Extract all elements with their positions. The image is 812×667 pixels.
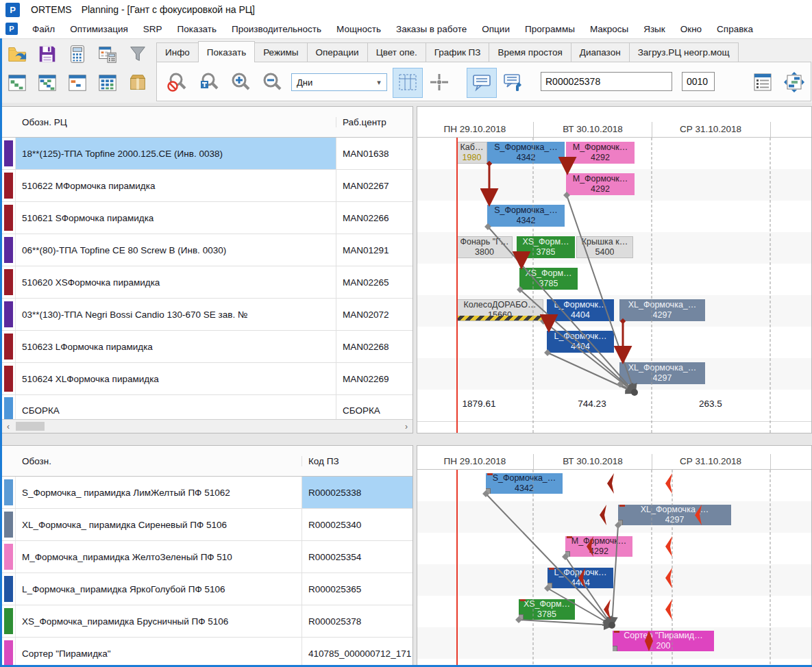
- gantt-bar[interactable]: L_Формочк…4404: [547, 331, 614, 353]
- zoom-cancel-button[interactable]: [162, 68, 193, 98]
- tab-9[interactable]: Загруз.РЦ неогр.мощ: [629, 42, 739, 62]
- table-row[interactable]: 03**(130)-ТПА Negri Bossi Candio 130-670…: [2, 299, 413, 331]
- scroll-left-arrow[interactable]: ‹: [2, 422, 14, 431]
- table-row[interactable]: XL_Формочка_ пирамидка Сиреневый ПФ 5106…: [2, 509, 413, 541]
- menu-item-9[interactable]: Программы: [517, 21, 582, 37]
- gantt-bar[interactable]: Каб…1980: [456, 142, 487, 164]
- gantt-multi-icon: [37, 73, 58, 95]
- menu-item-6[interactable]: Мощность: [329, 21, 389, 37]
- tab-7[interactable]: Время простоя: [489, 42, 571, 62]
- menu-item-3[interactable]: SRP: [136, 21, 170, 37]
- period-select[interactable]: Дни ▾: [291, 73, 387, 91]
- menu-item-2[interactable]: Оптимизация: [62, 21, 136, 37]
- menu-item-10[interactable]: Макросы: [582, 21, 636, 37]
- table-row[interactable]: S_Формочка_ пирамидка ЛимЖелтый ПФ 51062…: [2, 477, 413, 509]
- gantt-rc-view-button[interactable]: [3, 71, 31, 97]
- gantt-header-divider: [533, 122, 534, 137]
- gantt-bar[interactable]: М_Формочк…4292: [566, 142, 635, 164]
- gantt-bar[interactable]: XL_Формочка_…4297: [619, 362, 705, 384]
- menu-bar: P ФайлОптимизацияSRPПоказатьПроизводител…: [0, 19, 812, 39]
- gantt-bar[interactable]: S_Формочка_…4342: [487, 205, 565, 227]
- crosshair-icon: [428, 71, 450, 95]
- horizontal-scrollbar[interactable]: ‹›: [2, 419, 413, 433]
- gantt-bar[interactable]: XS_Форм…3785: [519, 268, 578, 290]
- gantt-bar-value: 5400: [595, 247, 615, 257]
- row-name-cell: L_Формочка_пирамидка ЯркоГолубой ПФ 5106: [16, 573, 302, 605]
- operation-input[interactable]: [682, 72, 715, 91]
- order-code-input[interactable]: [541, 72, 672, 91]
- tab-2[interactable]: Показать: [198, 41, 255, 62]
- zoom-font-button[interactable]: [194, 68, 224, 98]
- menu-item-13[interactable]: Справка: [709, 21, 761, 37]
- gantt-multi-view-button[interactable]: [34, 71, 61, 97]
- bar-flag-icon: [520, 599, 526, 601]
- gantt-bar[interactable]: XS_Форм…3785: [519, 599, 575, 620]
- zoom-font-icon: [198, 71, 220, 95]
- gantt-bar-value: 4342: [517, 216, 536, 226]
- grid-view-button[interactable]: [94, 71, 121, 97]
- calculator-button[interactable]: [64, 42, 91, 68]
- gantt-bar[interactable]: L_Формочк…4404: [547, 299, 614, 321]
- speech-bubble-icon: [471, 71, 493, 95]
- table-row[interactable]: L_Формочка_пирамидка ЯркоГолубой ПФ 5106…: [2, 573, 413, 605]
- table-row[interactable]: 06**(80)-ТПА Topfine CE 80 Screw B (Инв.…: [2, 234, 413, 266]
- gantt-bar[interactable]: М_Формочк…4292: [566, 173, 635, 195]
- filter-button[interactable]: [124, 42, 151, 68]
- tab-4[interactable]: Операции: [307, 42, 368, 62]
- gantt-bar[interactable]: XL_Формочка_…4297: [618, 505, 731, 525]
- table-row[interactable]: Сортер "Пирамидка"410785_000000712_171: [2, 638, 413, 666]
- menu-item-1[interactable]: Файл: [25, 21, 62, 37]
- menu-item-7[interactable]: Заказы в работе: [389, 21, 474, 37]
- table-row[interactable]: 510623 LФормочка пирамидкаMAN02268: [2, 331, 413, 363]
- scroll-thumb[interactable]: [16, 422, 45, 431]
- gantt-ops-view-button[interactable]: [64, 71, 91, 97]
- menu-item-11[interactable]: Язык: [636, 21, 673, 37]
- table-row[interactable]: 510622 МФормочка пирамидкаMAN02267: [2, 170, 413, 202]
- calendar-calc-button[interactable]: [94, 42, 121, 68]
- table-row[interactable]: 18**(125)-ТПА Topfine 2000.125.CE (Инв. …: [2, 138, 413, 170]
- list-button[interactable]: [748, 68, 778, 98]
- gantt-bar[interactable]: Сортер "Пирамид…200: [613, 631, 714, 651]
- table-row[interactable]: 510621 SФормочка пирамидкаMAN02266: [2, 202, 413, 234]
- menu-item-5[interactable]: Производительность: [224, 21, 329, 37]
- menu-item-8[interactable]: Опции: [474, 21, 517, 37]
- annotation-toggle-button[interactable]: [467, 68, 497, 98]
- gantt-bar[interactable]: Фонарь "Г…3800: [456, 236, 513, 258]
- row-code-cell: R000025338: [302, 477, 413, 508]
- gantt-bar[interactable]: XL_Формочка_…4297: [619, 299, 705, 321]
- zoom-in-button[interactable]: [225, 68, 256, 98]
- gantt-bar[interactable]: L_Формочк…4404: [548, 568, 613, 588]
- annotation-settings-button[interactable]: [498, 68, 528, 98]
- zoom-out-button[interactable]: [257, 68, 287, 98]
- tab-5[interactable]: Цвет опе.: [367, 42, 426, 62]
- fit-view-button[interactable]: [779, 68, 809, 98]
- gantt-bar[interactable]: Крышка к…5400: [576, 236, 633, 258]
- gantt-top-strip: [417, 107, 811, 123]
- gantt-bar[interactable]: XS_Форм…3785: [517, 236, 575, 258]
- tab-3[interactable]: Режимы: [254, 42, 307, 62]
- workcenter-table: Обозн. РЦРаб.центр18**(125)-ТПА Topfine …: [1, 106, 413, 433]
- tab-6[interactable]: График ПЗ: [426, 42, 490, 62]
- table-row[interactable]: 510624 XLФормочка пирамидкаMAN02269: [2, 363, 413, 395]
- tab-1[interactable]: Инфо: [156, 42, 199, 62]
- package-button[interactable]: [124, 71, 151, 97]
- gantt-bar[interactable]: S_Формочка_…4342: [487, 142, 565, 164]
- gantt-bar[interactable]: S_Формочка_…4342: [486, 473, 563, 494]
- menu-item-4[interactable]: Показать: [170, 21, 224, 37]
- tab-8[interactable]: Диапазон: [571, 42, 630, 62]
- table-row[interactable]: М_Формочка_пирамидка ЖелтоЗеленый ПФ 510…: [2, 541, 413, 573]
- save-button[interactable]: [34, 42, 61, 68]
- menu-item-12[interactable]: Окно: [673, 21, 709, 37]
- table-row[interactable]: 510620 XSФормочка пирамидкаMAN02265: [2, 266, 413, 299]
- document-menu-icon[interactable]: P: [5, 23, 18, 35]
- gantt-date-header: ПН 29.10.2018ВТ 30.10.2018СР 31.10.2018: [417, 122, 811, 138]
- table-row[interactable]: XS_Формочка_пирамидка Брусничный ПФ 5106…: [2, 605, 413, 638]
- grid-toggle-button[interactable]: [393, 68, 423, 98]
- crosshair-button[interactable]: [424, 68, 454, 98]
- gantt-bar[interactable]: М_Формочк…4292: [565, 536, 632, 557]
- open-plan-button[interactable]: [3, 42, 31, 68]
- scroll-right-arrow[interactable]: ›: [400, 422, 413, 431]
- row-code-cell: MAN02268: [336, 331, 413, 362]
- gantt-bar[interactable]: КолесоДОРАБО…15660: [456, 299, 543, 321]
- gantt-bar-label: Крышка к…: [582, 237, 628, 247]
